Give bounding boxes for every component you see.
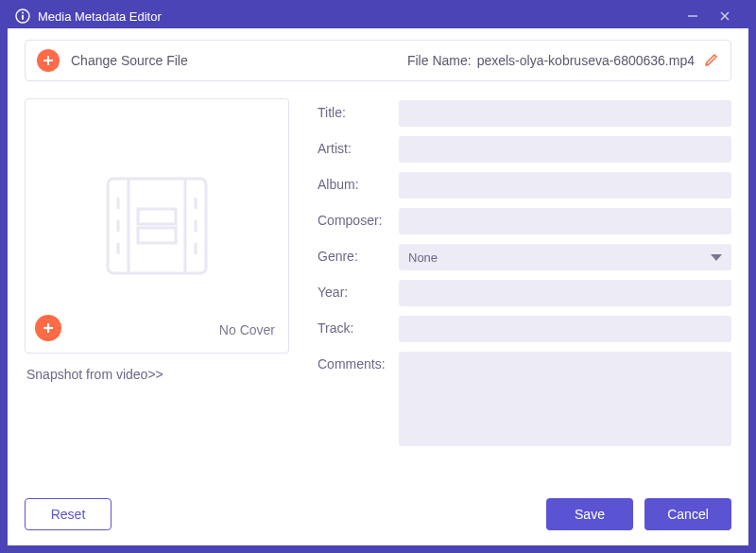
svg-rect-18 [138,209,176,224]
content-area: Change Source File File Name: pexels-oly… [8,28,748,545]
cancel-button[interactable]: Cancel [644,498,731,530]
source-file-bar: Change Source File File Name: pexels-oly… [25,40,731,81]
composer-label: Composer: [318,208,399,228]
cover-preview: No Cover [25,98,289,354]
app-window: Media Metadata Editor Change Source File… [0,0,756,553]
change-source-label[interactable]: Change Source File [71,53,188,68]
svg-rect-2 [22,15,24,21]
close-button[interactable] [709,4,741,28]
add-cover-icon[interactable] [35,315,61,341]
edit-filename-icon[interactable] [704,52,719,70]
album-input[interactable] [399,172,731,199]
film-placeholder-icon [91,160,223,292]
file-name-label: File Name: [407,53,472,68]
svg-rect-9 [108,179,206,273]
metadata-form: Title: Artist: Album: Composer: Genre: [318,98,731,493]
titlebar: Media Metadata Editor [8,4,748,28]
reset-button[interactable]: Reset [25,498,112,530]
title-input[interactable] [399,100,731,127]
year-label: Year: [318,280,399,300]
svg-rect-19 [138,228,176,243]
genre-label: Genre: [318,244,399,264]
main-area: No Cover Snapshot from video>> Title: Ar… [25,81,731,493]
track-input[interactable] [399,316,731,342]
chevron-down-icon [711,254,722,261]
title-label: Title: [318,100,399,120]
snapshot-from-video-link[interactable]: Snapshot from video>> [25,367,289,382]
comments-textarea[interactable] [399,352,731,446]
album-label: Album: [318,172,399,192]
add-source-icon[interactable] [37,49,60,72]
artist-label: Artist: [318,136,399,156]
comments-label: Comments: [318,352,399,372]
file-name-value: pexels-olya-kobruseva-6800636.mp4 [477,53,695,68]
year-input[interactable] [399,280,731,306]
no-cover-label: No Cover [219,322,275,337]
window-title: Media Metadata Editor [38,9,162,24]
info-icon [15,9,30,24]
composer-input[interactable] [399,208,731,234]
genre-selected-value: None [408,251,438,265]
svg-line-8 [706,64,709,65]
save-button[interactable]: Save [546,498,633,530]
minimize-button[interactable] [677,4,709,28]
artist-input[interactable] [399,136,731,163]
button-bar: Reset Save Cancel [25,493,731,530]
cover-panel: No Cover Snapshot from video>> [25,98,289,493]
genre-select[interactable]: None [399,244,731,270]
track-label: Track: [318,316,399,336]
svg-point-1 [22,12,24,14]
